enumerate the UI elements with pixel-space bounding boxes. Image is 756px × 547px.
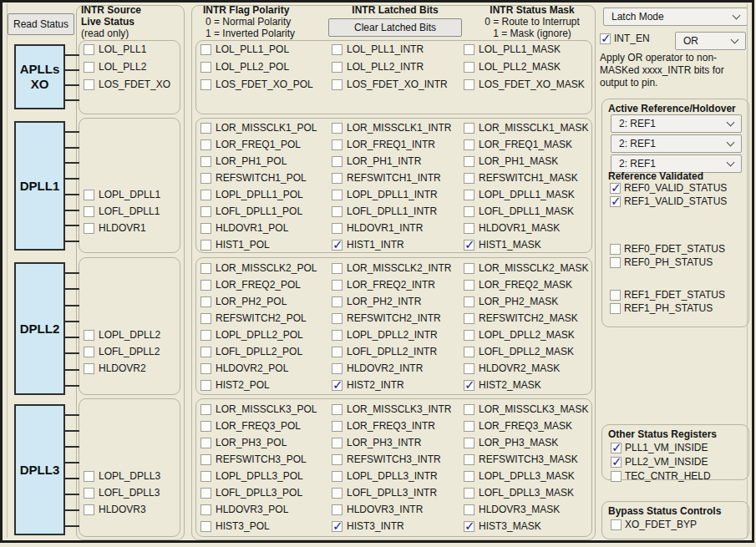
checkbox-HLDOVR2_MASK[interactable]	[464, 363, 474, 374]
checkbox-REF0_FDET_STATUS[interactable]	[610, 244, 621, 255]
checkbox-LOR_PH2_MASK[interactable]	[464, 296, 474, 307]
checkbox-REFSWITCH3_POL[interactable]	[200, 454, 211, 465]
checkbox-REFSWITCH1_INTR[interactable]	[332, 173, 342, 184]
checkbox-LOPL_DPLL2_POL[interactable]	[200, 330, 211, 341]
checkbox-LOL_PLL1_POL[interactable]	[200, 44, 211, 55]
checkbox-REF1_FDET_STATUS[interactable]	[610, 290, 621, 301]
checkbox-HIST1_POL[interactable]	[200, 240, 211, 251]
checkbox-LOR_FREQ2_POL[interactable]	[200, 280, 211, 291]
checkbox-LOR_MISSCLK2_MASK[interactable]	[464, 263, 474, 274]
checkbox-LOL_PLL1[interactable]	[84, 44, 94, 55]
checkbox-LOFL_DPLL2_MASK[interactable]	[464, 347, 474, 357]
checkbox-LOPL_DPLL3_POL[interactable]	[200, 471, 211, 482]
checkbox-LOR_FREQ1_INTR[interactable]	[332, 139, 342, 150]
read-status-button[interactable]: Read Status	[8, 13, 74, 35]
checkbox-LOR_MISSCLK2_INTR[interactable]	[332, 263, 342, 274]
checkbox-LOL_PLL2[interactable]	[84, 62, 94, 73]
checkbox-XO_FDET_BYP[interactable]	[611, 519, 622, 530]
active-reference-select-2[interactable]: 2: REF1	[611, 134, 742, 153]
checkbox-PLL2_VM_INSIDE[interactable]	[611, 457, 622, 468]
checkbox-HLDOVR1[interactable]	[84, 223, 94, 234]
checkbox-LOPL_DPLL2[interactable]	[84, 330, 94, 341]
checkbox-TEC_CNTR_HELD[interactable]	[611, 471, 622, 482]
checkbox-LOR_FREQ3_MASK[interactable]	[464, 421, 474, 432]
checkbox-HLDOVR3_MASK[interactable]	[464, 504, 474, 515]
checkbox-LOR_PH1_POL[interactable]	[200, 156, 211, 167]
checkbox-LOPL_DPLL2_INTR[interactable]	[332, 330, 342, 341]
checkbox-HIST2_MASK[interactable]	[464, 380, 474, 391]
checkbox-LOFL_DPLL1_POL[interactable]	[200, 206, 211, 217]
checkbox-HLDOVR1_INTR[interactable]	[332, 223, 342, 234]
checkbox-LOR_MISSCLK1_INTR[interactable]	[332, 123, 342, 134]
checkbox-LOL_PLL2_INTR[interactable]	[332, 62, 342, 73]
checkbox-LOS_FDET_XO_MASK[interactable]	[464, 79, 474, 90]
checkbox-LOR_PH3_POL[interactable]	[200, 438, 211, 448]
checkbox-HLDOVR3_POL[interactable]	[200, 504, 211, 515]
checkbox-HLDOVR2_POL[interactable]	[200, 363, 211, 374]
checkbox-LOR_PH3_MASK[interactable]	[464, 438, 474, 448]
checkbox-LOR_FREQ1_POL[interactable]	[200, 139, 211, 150]
checkbox-LOR_PH2_INTR[interactable]	[332, 296, 342, 307]
checkbox-LOPL_DPLL1_MASK[interactable]	[464, 190, 474, 200]
checkbox-INT_EN[interactable]	[600, 33, 611, 44]
checkbox-HLDOVR2[interactable]	[84, 363, 94, 374]
checkbox-LOR_MISSCLK2_POL[interactable]	[200, 263, 211, 274]
checkbox-HIST1_INTR[interactable]	[332, 240, 342, 251]
checkbox-REF1_VALID_STATUS[interactable]	[610, 196, 621, 207]
checkbox-LOS_FDET_XO[interactable]	[84, 79, 94, 90]
checkbox-LOR_FREQ3_POL[interactable]	[200, 421, 211, 432]
checkbox-LOPL_DPLL3_MASK[interactable]	[464, 471, 474, 482]
checkbox-HIST3_INTR[interactable]	[332, 521, 342, 532]
checkbox-LOFL_DPLL2_INTR[interactable]	[332, 347, 342, 357]
checkbox-LOR_FREQ2_INTR[interactable]	[332, 280, 342, 291]
checkbox-LOR_MISSCLK1_POL[interactable]	[200, 123, 211, 134]
checkbox-LOR_PH1_INTR[interactable]	[332, 156, 342, 167]
clear-latched-bits-button[interactable]: Clear Latched Bits	[328, 18, 462, 37]
checkbox-LOFL_DPLL1_MASK[interactable]	[464, 206, 474, 217]
checkbox-REFSWITCH3_INTR[interactable]	[332, 454, 342, 465]
checkbox-LOS_FDET_XO_INTR[interactable]	[332, 79, 342, 90]
checkbox-LOPL_DPLL3_INTR[interactable]	[332, 471, 342, 482]
checkbox-LOR_MISSCLK3_MASK[interactable]	[464, 404, 474, 415]
checkbox-REF1_PH_STATUS[interactable]	[610, 303, 621, 314]
checkbox-LOFL_DPLL3_INTR[interactable]	[332, 488, 342, 499]
checkbox-LOPL_DPLL2_MASK[interactable]	[464, 330, 474, 341]
checkbox-LOR_MISSCLK1_MASK[interactable]	[464, 123, 474, 134]
checkbox-LOL_PLL1_INTR[interactable]	[332, 44, 342, 55]
checkbox-PLL1_VM_INSIDE[interactable]	[611, 443, 622, 453]
checkbox-HIST1_MASK[interactable]	[464, 240, 474, 251]
checkbox-REFSWITCH2_MASK[interactable]	[464, 313, 474, 324]
checkbox-LOPL_DPLL1_POL[interactable]	[200, 190, 211, 200]
pin-operator-select[interactable]: OR	[675, 32, 746, 50]
checkbox-HLDOVR3_INTR[interactable]	[332, 504, 342, 515]
checkbox-LOR_PH1_MASK[interactable]	[464, 156, 474, 167]
checkbox-REFSWITCH3_MASK[interactable]	[464, 454, 474, 465]
checkbox-REFSWITCH1_MASK[interactable]	[464, 173, 474, 184]
checkbox-LOS_FDET_XO_POL[interactable]	[200, 79, 211, 90]
checkbox-HLDOVR2_INTR[interactable]	[332, 363, 342, 374]
checkbox-LOPL_DPLL1[interactable]	[84, 190, 94, 200]
checkbox-LOFL_DPLL2_POL[interactable]	[200, 347, 211, 357]
latch-mode-select[interactable]: Latch Mode	[603, 8, 748, 26]
checkbox-LOPL_DPLL3[interactable]	[84, 471, 94, 482]
active-reference-select-1[interactable]: 2: REF1	[611, 114, 742, 133]
checkbox-HIST3_MASK[interactable]	[464, 521, 474, 532]
checkbox-LOFL_DPLL3_POL[interactable]	[200, 488, 211, 499]
checkbox-LOR_PH2_POL[interactable]	[200, 296, 211, 307]
checkbox-REFSWITCH2_INTR[interactable]	[332, 313, 342, 324]
checkbox-REF0_VALID_STATUS[interactable]	[610, 183, 621, 194]
checkbox-LOFL_DPLL3_MASK[interactable]	[464, 488, 474, 499]
checkbox-LOL_PLL2_POL[interactable]	[200, 62, 211, 73]
checkbox-LOFL_DPLL1_INTR[interactable]	[332, 206, 342, 217]
checkbox-LOR_PH3_INTR[interactable]	[332, 438, 342, 448]
checkbox-LOL_PLL1_MASK[interactable]	[464, 44, 474, 55]
checkbox-REFSWITCH1_POL[interactable]	[200, 173, 211, 184]
checkbox-HIST3_POL[interactable]	[200, 521, 211, 532]
checkbox-HIST2_INTR[interactable]	[332, 380, 342, 391]
checkbox-LOR_FREQ3_INTR[interactable]	[332, 421, 342, 432]
checkbox-LOFL_DPLL2[interactable]	[84, 347, 94, 357]
checkbox-HIST2_POL[interactable]	[200, 380, 211, 391]
checkbox-HLDOVR3[interactable]	[84, 504, 94, 515]
checkbox-LOR_MISSCLK3_INTR[interactable]	[332, 404, 342, 415]
checkbox-LOL_PLL2_MASK[interactable]	[464, 62, 474, 73]
